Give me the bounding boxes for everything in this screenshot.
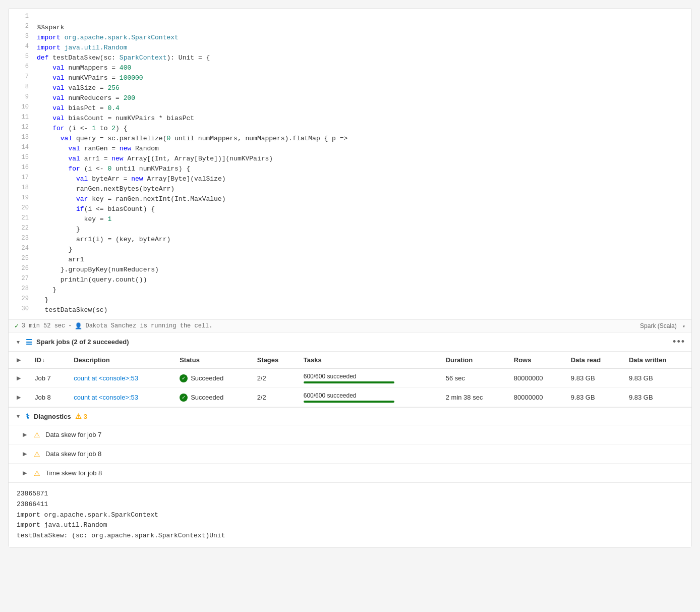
table-header-row: ▶ ID ↓ Description Status Stages Tasks D… xyxy=(9,352,691,369)
job-expand-button[interactable]: ▶ xyxy=(15,374,23,382)
job-tasks-cell: 600/600 succeeded xyxy=(298,388,440,407)
job-id: Job 8 xyxy=(35,394,51,401)
job-data-written-cell: 9.83 GB xyxy=(623,388,691,407)
code-line-25: 25 arr1 xyxy=(9,255,691,265)
job-id-cell: Job 8 xyxy=(29,388,68,407)
col-stages: Stages xyxy=(251,352,298,369)
col-data-read: Data read xyxy=(565,352,623,369)
col-data-written: Data written xyxy=(623,352,691,369)
code-line-21: 21 key = 1 xyxy=(9,214,691,225)
progress-bar-fill xyxy=(304,401,394,403)
cell-separator: - xyxy=(68,322,72,329)
progress-bar-fill xyxy=(304,381,394,383)
job-id: Job 7 xyxy=(35,374,51,382)
job-data-read-cell: 9.83 GB xyxy=(565,388,623,407)
row-expand-cell: ▶ xyxy=(9,369,29,388)
code-line-6: 6 val numMappers = 400 xyxy=(9,63,691,73)
diagnostics-item-0: ▶ ⚠ Data skew for job 7 xyxy=(9,425,691,444)
spark-jobs-collapse-button[interactable]: ▾ xyxy=(15,338,22,347)
output-section: 23865871 23866411 import org.apache.spar… xyxy=(9,482,691,547)
code-line-9: 9 val numReducers = 200 xyxy=(9,93,691,103)
code-line-10: 10 val biasPct = 0.4 xyxy=(9,103,691,114)
diagnostics-header: ▾ ⚕ Diagnostics ⚠ 3 xyxy=(9,408,691,425)
status-dot: ✓ xyxy=(180,374,188,382)
code-line-19: 19 var key = ranGen.nextInt(Int.MaxValue… xyxy=(9,194,691,204)
job-expand-button[interactable]: ▶ xyxy=(15,393,23,402)
row-expand-cell: ▶ xyxy=(9,388,29,407)
code-area: 1 2 %%spark 3 import org.apache.spark.Sp… xyxy=(9,9,691,320)
kernel-label: Spark (Scala) xyxy=(640,322,677,329)
job-id-cell: Job 7 xyxy=(29,369,68,388)
warning-triangle-icon: ⚠ xyxy=(75,412,82,420)
warning-badge: ⚠ 3 xyxy=(75,412,87,420)
diag-label-2: Time skew for job 8 xyxy=(45,469,102,477)
diag-label-1: Data skew for job 8 xyxy=(45,450,101,458)
spark-jobs-title: Spark jobs (2 of 2 succeeded) xyxy=(36,338,129,346)
kernel-chevron: ▾ xyxy=(682,324,685,329)
diag-expand-button[interactable]: ▶ xyxy=(21,450,29,458)
diagnostics-icon: ⚕ xyxy=(26,412,30,420)
diag-expand-button[interactable]: ▶ xyxy=(21,430,29,439)
job-status: ✓ Succeeded xyxy=(180,394,245,402)
job-data-written-cell: 9.83 GB xyxy=(623,369,691,388)
job-description-link[interactable]: count at <console>:53 xyxy=(74,394,138,401)
cell-user: Dakota Sanchez is running the cell. xyxy=(85,322,212,329)
code-line-28: 28 } xyxy=(9,285,691,295)
table-row: ▶ Job 7 count at <console>:53 ✓ Succeede… xyxy=(9,369,691,388)
output-line-3: import java.util.Random xyxy=(17,520,683,531)
output-line-0: 23865871 xyxy=(17,489,683,499)
code-line-5: 5 def testDataSkew(sc: SparkContext): Un… xyxy=(9,53,691,63)
diag-label-0: Data skew for job 7 xyxy=(45,431,101,438)
status-label: Succeeded xyxy=(191,394,223,401)
col-rows: Rows xyxy=(508,352,565,369)
spark-jobs-more-button[interactable]: ••• xyxy=(673,337,685,347)
job-tasks-cell: 600/600 succeeded xyxy=(298,369,440,388)
user-icon: 👤 xyxy=(75,322,82,330)
tasks-label: 600/600 succeeded xyxy=(304,373,434,380)
diagnostics-section: ▾ ⚕ Diagnostics ⚠ 3 ▶ ⚠ Data skew for jo… xyxy=(9,407,691,482)
diagnostics-item-2: ▶ ⚠ Time skew for job 8 xyxy=(9,464,691,482)
code-line-3: 3 import org.apache.spark.SparkContext xyxy=(9,33,691,43)
code-line-16: 16 for (i <- 0 until numKVPairs) { xyxy=(9,164,691,174)
code-line-30: 30 testDataSkew(sc) xyxy=(9,305,691,315)
job-data-read-cell: 9.83 GB xyxy=(565,369,623,388)
job-status: ✓ Succeeded xyxy=(180,374,245,382)
job-description-link[interactable]: count at <console>:53 xyxy=(74,374,138,382)
notebook-cell: 1 2 %%spark 3 import org.apache.spark.Sp… xyxy=(8,8,692,548)
warn-icon-0: ⚠ xyxy=(34,431,40,439)
code-line-1: 1 xyxy=(9,13,691,23)
col-description: Description xyxy=(68,352,173,369)
code-line-7: 7 val numKVPairs = 100000 xyxy=(9,73,691,83)
code-line-13: 13 val query = sc.parallelize(0 until nu… xyxy=(9,134,691,144)
cell-footer: ✓ 3 min 52 sec - 👤 Dakota Sanchez is run… xyxy=(9,320,691,332)
diagnostics-item-1: ▶ ⚠ Data skew for job 8 xyxy=(9,444,691,464)
warn-icon-2: ⚠ xyxy=(34,469,40,477)
warn-icon-1: ⚠ xyxy=(34,450,40,458)
diagnostics-title: Diagnostics xyxy=(34,413,71,420)
expand-all-button[interactable]: ▶ xyxy=(15,356,23,364)
progress-bar-bg xyxy=(304,401,394,403)
id-sort-icon[interactable]: ↓ xyxy=(42,357,45,363)
diagnostics-count: 3 xyxy=(84,413,87,420)
tasks-label: 600/600 succeeded xyxy=(304,392,434,399)
cell-timing: 3 min 52 sec xyxy=(22,322,65,329)
code-line-4: 4 import java.util.Random xyxy=(9,43,691,53)
job-status-cell: ✓ Succeeded xyxy=(173,369,251,388)
col-status: Status xyxy=(173,352,251,369)
code-line-18: 18 ranGen.nextBytes(byteArr) xyxy=(9,184,691,194)
cell-footer-right: Spark (Scala) ▾ xyxy=(640,322,685,330)
spark-jobs-header: ▾ ☰ Spark jobs (2 of 2 succeeded) ••• xyxy=(9,332,691,352)
job-description-cell: count at <console>:53 xyxy=(68,369,173,388)
job-rows-cell: 80000000 xyxy=(508,388,565,407)
job-duration-cell: 56 sec xyxy=(440,369,508,388)
diag-expand-button[interactable]: ▶ xyxy=(21,469,29,477)
diagnostics-collapse-button[interactable]: ▾ xyxy=(15,412,22,421)
spark-header-left: ▾ ☰ Spark jobs (2 of 2 succeeded) xyxy=(15,338,129,347)
spark-jobs-icon: ☰ xyxy=(26,338,32,346)
code-line-23: 23 arr1(i) = (key, byteArr) xyxy=(9,235,691,245)
job-stages-cell: 2/2 xyxy=(251,388,298,407)
job-duration-cell: 2 min 38 sec xyxy=(440,388,508,407)
code-line-17: 17 val byteArr = new Array[Byte](valSize… xyxy=(9,174,691,184)
col-duration: Duration xyxy=(440,352,508,369)
code-line-22: 22 } xyxy=(9,225,691,235)
